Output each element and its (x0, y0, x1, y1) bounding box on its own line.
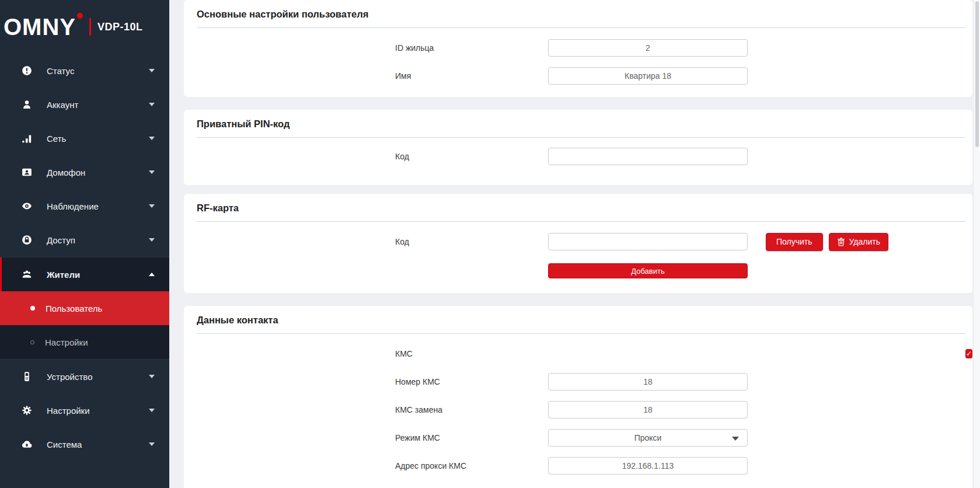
chevron-down-icon (149, 238, 155, 242)
status-icon (21, 65, 33, 76)
rf-code-input[interactable] (548, 233, 748, 250)
chevron-down-icon (149, 69, 155, 72)
add-card-button[interactable]: Добавить (548, 263, 748, 278)
get-card-button[interactable]: Получить (766, 233, 823, 251)
pin-code-input[interactable] (548, 148, 748, 165)
sidebar-item-label: Статус (47, 66, 74, 76)
brand-separator (89, 18, 91, 36)
bullet-filled-icon (30, 306, 35, 311)
chevron-down-icon (149, 442, 155, 446)
access-icon (21, 234, 33, 246)
chevron-down-icon (149, 170, 155, 174)
main-content: Основные настройки пользователя ID жильц… (169, 0, 980, 488)
sidebar-item-surveillance[interactable]: Наблюдение (0, 189, 169, 223)
settings-gear-icon (21, 405, 33, 416)
section-rf-card: RF-карта Код Получить Удалить Добавить (184, 194, 972, 293)
sidebar-item-system[interactable]: Система (0, 427, 169, 461)
sidebar-item-label: Система (47, 440, 82, 449)
chevron-down-icon (149, 204, 155, 208)
sidebar-item-account[interactable]: Аккаунт (0, 88, 169, 121)
kms-number-input[interactable] (548, 373, 748, 391)
page-scrollbar[interactable] (974, 0, 980, 488)
device-icon (21, 371, 33, 382)
field-label: КМС замена (395, 405, 548, 414)
system-cloud-icon (21, 438, 33, 450)
resident-id-input[interactable] (548, 39, 748, 57)
sidebar-item-status[interactable]: Статус (0, 54, 169, 88)
sidebar-item-label: Домофон (47, 168, 85, 177)
form-row-kms-mode: Режим КМС Прокси (184, 424, 972, 452)
chevron-down-icon (149, 137, 155, 140)
form-row-kms: КМС ✓ (184, 340, 972, 368)
surveillance-icon (21, 200, 33, 212)
kms-mode-select[interactable]: Прокси (548, 429, 748, 447)
field-label: КМС (395, 349, 506, 358)
sidebar-item-settings[interactable]: Настройки (0, 393, 169, 427)
section-contact-data: Данные контакта КМС ✓ Номер КМС КМС заме… (184, 306, 972, 488)
sidebar-menu: Статус Аккаунт Сеть Домофон (0, 54, 169, 461)
intercom-icon (21, 166, 33, 178)
form-row-kms-number: Номер КМС (184, 368, 972, 396)
field-label: Номер КМС (395, 377, 548, 386)
form-row-pin-code: Код (184, 142, 972, 170)
brand-name-text: OMNY (4, 14, 76, 40)
residents-icon (21, 269, 33, 280)
sidebar-item-label: Доступ (47, 235, 75, 245)
field-label: Имя (395, 71, 548, 81)
field-label: Режим КМС (395, 433, 548, 442)
kms-checkbox[interactable]: ✓ (965, 349, 972, 358)
sidebar-subitem-user[interactable]: Пользователь (0, 291, 169, 325)
chevron-down-icon (149, 375, 155, 378)
sidebar-item-device[interactable]: Устройство (0, 360, 169, 393)
sidebar-item-intercom[interactable]: Домофон (0, 155, 169, 189)
kms-proxy-address-input[interactable] (548, 457, 748, 475)
sidebar-item-label: Жители (47, 270, 80, 280)
sidebar-group-residents: Жители Пользователь Настройки (0, 257, 169, 360)
kms-replace-input[interactable] (548, 401, 748, 419)
form-row-rf-code: Код Получить Удалить (184, 228, 972, 256)
field-label: ID жильца (395, 43, 548, 53)
sidebar-item-label: Сеть (47, 134, 66, 144)
sidebar-item-label: Устройство (47, 372, 92, 382)
sidebar-item-label: Настройки (47, 406, 90, 416)
select-caret-icon (732, 437, 739, 441)
sidebar-item-residents[interactable]: Жители (0, 257, 169, 291)
delete-card-button[interactable]: Удалить (829, 233, 888, 251)
delete-card-label: Удалить (849, 237, 880, 246)
sidebar-item-label: Аккаунт (47, 100, 78, 110)
sidebar-item-access[interactable]: Доступ (0, 223, 169, 257)
network-icon (21, 133, 33, 144)
sidebar-subitem-settings[interactable]: Настройки (0, 325, 169, 359)
section-title: Основные настройки пользователя (184, 0, 972, 27)
sidebar-item-network[interactable]: Сеть (0, 121, 169, 155)
section-basic-settings: Основные настройки пользователя ID жильц… (184, 0, 972, 97)
chevron-down-icon (149, 103, 155, 106)
section-title: Данные контакта (184, 306, 972, 333)
brand-red-dot-icon (77, 13, 83, 19)
scrollbar-thumb[interactable] (975, 1, 979, 147)
kms-mode-value: Прокси (634, 433, 662, 442)
field-label: Код (395, 152, 548, 161)
form-row-resident-id: ID жильца (184, 34, 972, 62)
brand-logo: OMNY VDP-10L (0, 0, 169, 54)
chevron-up-icon (149, 273, 155, 276)
field-label: Адрес прокси КМС (395, 461, 548, 470)
section-title: Приватный PIN-код (184, 110, 972, 137)
sidebar: OMNY VDP-10L Статус Аккаунт Сеть (0, 0, 169, 488)
form-row-kms-proxy: Адрес прокси КМС (184, 452, 972, 480)
account-icon (21, 99, 33, 110)
sidebar-subitem-label: Пользователь (46, 304, 102, 313)
form-row-kms-replace: КМС замена (184, 396, 972, 424)
name-input[interactable] (548, 67, 748, 85)
sidebar-item-label: Наблюдение (47, 201, 99, 211)
form-row-name: Имя (184, 62, 972, 90)
section-private-pin: Приватный PIN-код Код (184, 110, 972, 185)
section-title: RF-карта (184, 194, 972, 221)
brand-name: OMNY (4, 15, 81, 39)
trash-icon (837, 238, 845, 246)
bullet-hollow-icon (30, 340, 34, 344)
field-label: Код (395, 237, 548, 246)
sidebar-subitem-label: Настройки (45, 337, 88, 347)
brand-model: VDP-10L (97, 21, 143, 33)
chevron-down-icon (149, 409, 155, 412)
